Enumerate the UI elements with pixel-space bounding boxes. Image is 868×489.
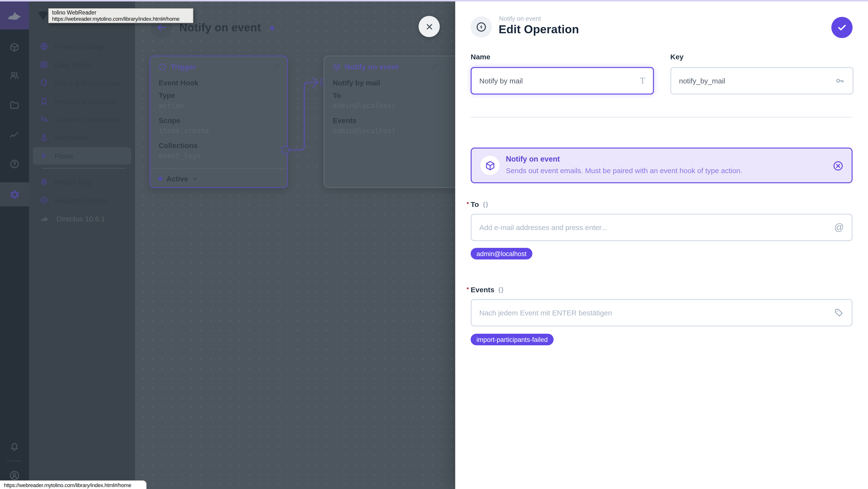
- module-users-button[interactable]: [0, 65, 29, 86]
- save-button[interactable]: [831, 17, 852, 38]
- module-files-button[interactable]: [0, 94, 29, 116]
- name-input-value: Notify by mail: [479, 77, 640, 85]
- nav-divider: [42, 168, 125, 169]
- check-icon: [837, 22, 847, 33]
- notice-cube-icon: [480, 156, 500, 175]
- sidebar-item-presets-bookmarks[interactable]: Presets & Bookmar...: [33, 93, 131, 110]
- module-settings-button[interactable]: [0, 182, 29, 206]
- cube-icon: [9, 42, 20, 53]
- operation-panel[interactable]: Notify on event Notify by mail To admin@…: [323, 56, 455, 188]
- version-info: Directus 10.6.1: [33, 210, 131, 227]
- version-label: Directus 10.6.1: [56, 214, 105, 222]
- events-input-placeholder: Nach jedem Event mit ENTER bestätigen: [479, 309, 834, 317]
- shield-icon: [39, 79, 48, 87]
- key-input[interactable]: notify_by_mail: [670, 67, 854, 94]
- rabbit-logo-icon: [6, 10, 23, 21]
- sidebar-item-label: Presets & Bookmar...: [55, 97, 123, 105]
- operation-menu-button[interactable]: [444, 62, 452, 71]
- event-chip[interactable]: import-participants-failed: [471, 334, 554, 345]
- users-icon: [9, 70, 20, 81]
- rosette-check-icon: [39, 196, 48, 205]
- sidebar-item-label: Custom Translations: [55, 115, 120, 123]
- sidebar-item-label: Webhooks: [55, 133, 89, 142]
- drag-link-url: https://webreader.mytolino.com/library/i…: [52, 16, 189, 22]
- sidebar-item-report-bug[interactable]: Report Bug: [33, 173, 131, 190]
- folder-icon: [9, 100, 20, 111]
- key-field-label: Key: [670, 53, 684, 61]
- key-icon: [835, 76, 845, 86]
- directus-logo[interactable]: [0, 1, 29, 29]
- rabbit-icon: [39, 215, 50, 222]
- user-avatar-icon: [9, 470, 20, 481]
- drawer-header-icon: [471, 17, 492, 38]
- globe-icon: [39, 42, 48, 51]
- events-label-text: Events: [471, 285, 494, 294]
- operation-field-value: admin@localhost: [333, 127, 396, 134]
- to-input-placeholder: Add e-mail addresses and press enter...: [479, 223, 834, 232]
- to-input[interactable]: Add e-mail addresses and press enter... …: [471, 214, 852, 241]
- operation-field-label: Events: [333, 116, 356, 124]
- zap-icon: [39, 151, 48, 160]
- operation-panel-header: Notify on event: [332, 63, 399, 71]
- notifications-button[interactable]: [0, 436, 29, 458]
- edit-operation-drawer: Notify on event Edit Operation Name Key …: [455, 1, 868, 489]
- to-field-label: To {}: [471, 200, 489, 208]
- sidebar-item-label: Roles & Permissions: [55, 79, 121, 87]
- drawer-breadcrumb: Notify on event: [499, 15, 541, 22]
- translate-icon: [39, 115, 48, 123]
- anchor-icon: [39, 133, 48, 142]
- at-sign-icon: @: [834, 222, 844, 233]
- trigger-resolve-handle[interactable]: [281, 146, 290, 154]
- module-content-button[interactable]: [0, 37, 29, 58]
- sidebar-item-label: Project Settings: [55, 42, 105, 51]
- notice-title: Notify on event: [506, 155, 560, 163]
- sidebar-item-data-model[interactable]: Data Model: [33, 56, 131, 73]
- email-chip[interactable]: admin@localhost: [471, 248, 532, 259]
- operation-type-notice: Notify on event Sends out event emails. …: [471, 148, 852, 183]
- module-insights-button[interactable]: [0, 124, 29, 146]
- drawer-title: Edit Operation: [499, 23, 579, 36]
- title-format-icon: T: [640, 76, 645, 86]
- activity-icon: [9, 130, 20, 140]
- sidebar-item-custom-translations[interactable]: Custom Translations: [33, 111, 131, 128]
- sidebar-item-flows[interactable]: Flows: [33, 147, 131, 164]
- to-label-text: To: [471, 200, 479, 208]
- pencil-icon: [430, 63, 438, 71]
- edit-operation-button[interactable]: [430, 63, 438, 71]
- name-field-label: Name: [471, 53, 490, 61]
- events-field-label: Events {}: [471, 285, 504, 294]
- sidebar-item-roles-permissions[interactable]: Roles & Permissions: [33, 74, 131, 92]
- module-bar-divider: [7, 461, 22, 461]
- link-drag-tooltip: tolino WebReader https://webreader.mytol…: [48, 8, 193, 23]
- required-dot: [467, 287, 469, 289]
- settings-navigation: Project Settings Data Model Roles & Perm…: [29, 1, 135, 489]
- operation-name: Notify by mail: [333, 79, 380, 87]
- module-bar: [0, 1, 29, 489]
- kebab-menu-icon: [444, 62, 452, 71]
- events-input[interactable]: Nach jedem Event mit ENTER bestätigen: [471, 299, 852, 327]
- drag-link-title: tolino WebReader: [52, 9, 189, 16]
- name-input[interactable]: Notify by mail T: [471, 67, 654, 94]
- help-icon: [9, 159, 20, 169]
- sidebar-item-project-settings[interactable]: Project Settings: [33, 38, 131, 55]
- cube-icon: [332, 63, 341, 71]
- raw-value-toggle-icon[interactable]: {}: [483, 201, 489, 208]
- window-top-strip: [0, 0, 868, 1]
- notice-description: Sends out event emails. Must be paired w…: [506, 166, 742, 175]
- required-dot: [467, 202, 469, 204]
- drag-favicon: [37, 10, 49, 21]
- x-circle-icon: [832, 160, 844, 172]
- data-model-icon: [39, 60, 48, 69]
- dismiss-notice-button[interactable]: [832, 160, 844, 172]
- sidebar-item-request-feature[interactable]: Request Feature: [33, 191, 131, 209]
- sidebar-item-label: Flows: [55, 152, 73, 160]
- sidebar-item-label: Report Bug: [55, 178, 91, 186]
- check-icon: [283, 147, 288, 153]
- key-input-value: notify_by_mail: [679, 77, 835, 85]
- sidebar-item-label: Data Model: [55, 61, 91, 69]
- sidebar-item-label: Request Feature: [55, 196, 108, 204]
- sidebar-item-webhooks[interactable]: Webhooks: [33, 129, 131, 146]
- gear-icon: [9, 189, 20, 200]
- raw-value-toggle-icon[interactable]: {}: [498, 286, 504, 293]
- module-docs-button[interactable]: [0, 153, 29, 175]
